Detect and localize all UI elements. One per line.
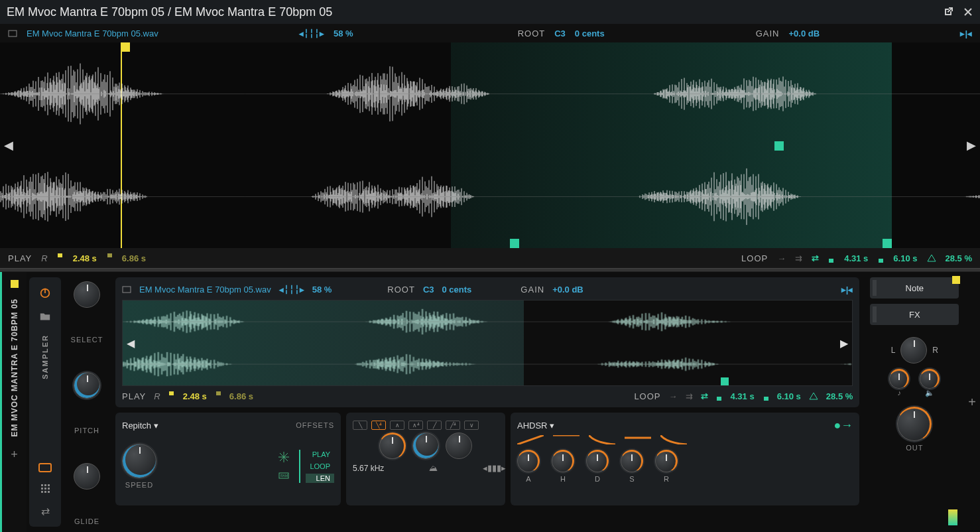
loop-start-flag-icon[interactable] xyxy=(828,253,835,263)
filter-reso-knob[interactable] xyxy=(412,432,439,459)
filter-drive-knob[interactable] xyxy=(446,432,472,459)
mini-stretch-value[interactable]: 58 % xyxy=(312,285,332,295)
mini-ls-flag[interactable] xyxy=(716,391,723,401)
filter-hp-icon[interactable]: ╱ xyxy=(427,421,442,430)
device-color-chip[interactable] xyxy=(11,280,19,288)
mini-xfade-icon[interactable] xyxy=(809,391,818,401)
mini-loop-end[interactable]: 6.10 s xyxy=(777,391,801,401)
loop-mode-off-icon[interactable]: → xyxy=(777,253,786,263)
close-icon[interactable] xyxy=(963,7,973,17)
loop-start-marker[interactable] xyxy=(510,239,519,248)
loop-xfade-marker[interactable] xyxy=(774,141,784,151)
device-tab[interactable]: EM MVOC MANTRA E 70BPM 05 + xyxy=(0,272,27,532)
add-after-icon[interactable]: + xyxy=(968,395,976,410)
select-knob[interactable] xyxy=(74,281,100,308)
note-color-chip[interactable] xyxy=(952,276,960,284)
expanded-view-icon[interactable] xyxy=(38,463,52,472)
loop-mode-pingpong-icon[interactable]: ⇄ xyxy=(812,253,819,263)
popout-icon[interactable] xyxy=(943,7,953,17)
filter-lp-icon[interactable]: ╲ xyxy=(353,421,367,430)
play-end-flag-icon[interactable] xyxy=(106,253,113,263)
play-start-flag-icon[interactable] xyxy=(57,253,64,263)
gain-value[interactable]: +0.0 dB xyxy=(788,29,820,38)
filter-hp4-icon[interactable]: ╱⁴ xyxy=(446,421,460,430)
env-s-knob[interactable] xyxy=(621,450,643,472)
power-icon[interactable] xyxy=(39,287,51,299)
offset-play[interactable]: PLAY xyxy=(306,450,334,459)
add-before-icon[interactable]: + xyxy=(11,448,18,462)
loop-end-value[interactable]: 6.10 s xyxy=(893,253,917,263)
waveform-display-large[interactable]: ◀ ▶ xyxy=(0,42,980,248)
filter-notch-icon[interactable]: ∨ xyxy=(464,421,479,430)
stretch-icon[interactable]: ◂╎╎╎▸ xyxy=(299,29,324,38)
glide-knob[interactable] xyxy=(74,463,100,490)
mini-file-name[interactable]: EM Mvoc Mantra E 70bpm 05.wav xyxy=(139,285,271,295)
mini-gain-value[interactable]: +0.0 dB xyxy=(552,285,583,295)
offset-loop[interactable]: LOOP xyxy=(306,462,334,471)
mini-loop-marker[interactable] xyxy=(721,377,729,385)
mini-le-flag[interactable] xyxy=(763,391,769,401)
speed-knob[interactable] xyxy=(122,444,156,478)
stretch-value[interactable]: 58 % xyxy=(334,29,353,38)
grid-view-icon[interactable] xyxy=(41,484,50,493)
out-knob[interactable] xyxy=(897,407,932,441)
folder-icon[interactable] xyxy=(39,310,51,322)
pitch-knob[interactable] xyxy=(74,372,100,399)
key-knob[interactable] xyxy=(889,369,909,389)
mini-loop-xfade[interactable]: 28.5 % xyxy=(826,391,853,401)
env-h-knob[interactable] xyxy=(552,450,574,472)
pan-knob[interactable] xyxy=(900,337,927,364)
mini-play-end[interactable]: 6.86 s xyxy=(229,391,253,401)
filter-lp4-icon[interactable]: ╲⁴ xyxy=(371,421,386,430)
reverse-icon[interactable]: R xyxy=(41,253,47,263)
filter-bp-icon[interactable]: ∧ xyxy=(390,421,404,430)
env-trigger-icon[interactable]: ●→ xyxy=(833,419,853,432)
note-fx-button[interactable]: Note xyxy=(870,277,959,299)
env-d-knob[interactable] xyxy=(586,450,609,472)
mini-lm3-icon[interactable]: ⇄ xyxy=(701,391,708,401)
loop-mode-fwd-icon[interactable]: ⇉ xyxy=(795,253,802,263)
mini-stretch-icon[interactable]: ◂╎╎╎▸ xyxy=(279,285,304,295)
loop-end-flag-icon[interactable] xyxy=(877,253,884,263)
repitch-title[interactable]: Repitch ▾ xyxy=(122,421,158,431)
snap-icon[interactable]: ▸|◂ xyxy=(960,29,972,38)
mini-play-start[interactable]: 2.48 s xyxy=(183,391,207,401)
mini-loop-start[interactable]: 4.31 s xyxy=(731,391,755,401)
filter-bp4-icon[interactable]: ∧⁴ xyxy=(408,421,423,430)
freeze-icon[interactable] xyxy=(278,451,290,463)
swap-icon[interactable]: ⇄ xyxy=(41,505,50,517)
loop-start-value[interactable]: 4.31 s xyxy=(844,253,868,263)
mini-snap-icon[interactable]: ▸|◂ xyxy=(841,285,853,295)
env-title[interactable]: AHDSR ▾ xyxy=(517,421,554,431)
root-note[interactable]: C3 xyxy=(554,29,566,38)
loop-xfade-value[interactable]: 28.5 % xyxy=(946,253,972,263)
root-cents[interactable]: 0 cents xyxy=(575,29,605,38)
loop-end-marker[interactable] xyxy=(883,239,892,248)
mini-prev-icon[interactable]: ◀ xyxy=(127,337,135,350)
env-a-knob[interactable] xyxy=(517,450,540,472)
mini-lm1-icon[interactable]: → xyxy=(669,391,678,401)
keytrack-icon[interactable]: ◂▮▮▮▸ xyxy=(483,463,499,473)
play-start-value[interactable]: 2.48 s xyxy=(73,253,97,263)
play-end-value[interactable]: 6.86 s xyxy=(122,253,146,263)
file-name[interactable]: EM Mvoc Mantra E 70bpm 05.wav xyxy=(27,29,158,38)
mini-root-cents[interactable]: 0 cents xyxy=(442,285,472,295)
xfade-icon[interactable] xyxy=(927,253,936,263)
ram-icon[interactable]: RAM xyxy=(278,470,290,482)
mini-next-icon[interactable]: ▶ xyxy=(840,337,848,350)
mini-waveform[interactable]: ◀ ▶ xyxy=(122,300,853,386)
vol-knob[interactable] xyxy=(920,369,940,389)
mini-reverse-icon[interactable]: R xyxy=(154,391,160,401)
mini-ps-flag[interactable] xyxy=(168,391,175,401)
loop-label: LOOP xyxy=(741,253,768,263)
prev-sample-icon[interactable]: ◀ xyxy=(4,138,13,153)
next-sample-icon[interactable]: ▶ xyxy=(967,138,976,153)
mini-pe-flag[interactable] xyxy=(215,391,221,401)
mini-lm2-icon[interactable]: ⇉ xyxy=(686,391,693,401)
filter-cutoff-knob[interactable] xyxy=(379,432,406,459)
env-r-knob[interactable] xyxy=(655,450,678,472)
mini-root-note[interactable]: C3 xyxy=(423,285,434,295)
offset-len[interactable]: LEN xyxy=(306,474,334,483)
audio-fx-button[interactable]: FX xyxy=(870,304,959,325)
filter-freq-value[interactable]: 5.67 kHz xyxy=(353,464,384,473)
